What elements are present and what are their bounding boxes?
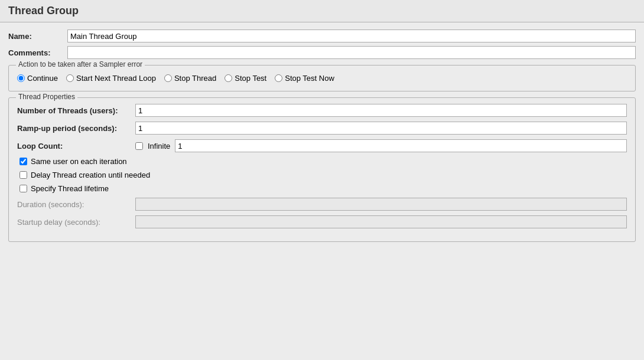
radio-continue-input[interactable] — [17, 74, 25, 82]
startup-delay-label: Startup delay (seconds): — [17, 218, 135, 227]
same-user-checkbox[interactable] — [19, 158, 27, 165]
radio-stop-test-now[interactable]: Stop Test Now — [275, 74, 334, 83]
sampler-error-radio-group: Continue Start Next Thread Loop Stop Thr… — [17, 74, 627, 83]
comments-input[interactable] — [67, 46, 636, 59]
startup-delay-input — [135, 215, 627, 228]
num-threads-input[interactable] — [135, 104, 627, 117]
duration-label: Duration (seconds): — [17, 200, 135, 209]
startup-delay-row: Startup delay (seconds): — [17, 215, 627, 228]
duration-row: Duration (seconds): — [17, 198, 627, 211]
delay-thread-row: Delay Thread creation until needed — [19, 171, 627, 179]
loop-count-label: Loop Count: — [17, 142, 135, 150]
specify-lifetime-checkbox[interactable] — [19, 185, 27, 192]
delay-thread-checkbox[interactable] — [19, 171, 27, 179]
ramp-up-row: Ramp-up period (seconds): — [17, 122, 627, 135]
ramp-up-label: Ramp-up period (seconds): — [17, 124, 135, 133]
duration-input — [135, 198, 627, 211]
num-threads-label: Number of Threads (users): — [17, 106, 135, 115]
radio-continue-label: Continue — [27, 74, 58, 83]
main-container: Thread Group Name: Comments: Action to b… — [0, 0, 644, 360]
radio-stop-test-label: Stop Test — [235, 74, 266, 83]
thread-properties-title: Thread Properties — [16, 93, 77, 101]
content-area: Name: Comments: Action to be taken after… — [0, 22, 644, 255]
radio-stop-test-now-input[interactable] — [275, 74, 282, 82]
radio-stop-thread-label: Stop Thread — [174, 74, 216, 83]
sampler-error-title: Action to be taken after a Sampler error — [16, 60, 145, 68]
infinite-checkbox[interactable] — [135, 142, 143, 150]
name-input[interactable] — [67, 30, 636, 42]
comments-row: Comments: — [8, 46, 636, 59]
loop-count-input[interactable] — [175, 139, 627, 152]
num-threads-row: Number of Threads (users): — [17, 104, 627, 117]
radio-continue[interactable]: Continue — [17, 74, 58, 83]
same-user-label: Same user on each iteration — [31, 157, 127, 166]
same-user-row: Same user on each iteration — [19, 157, 627, 166]
infinite-label: Infinite — [148, 142, 170, 150]
thread-properties-section: Thread Properties Number of Threads (use… — [8, 97, 636, 242]
radio-stop-thread-input[interactable] — [164, 74, 172, 82]
radio-start-next-thread-loop-input[interactable] — [66, 74, 74, 82]
radio-stop-test-input[interactable] — [225, 74, 232, 82]
name-label: Name: — [8, 32, 67, 41]
name-row: Name: — [8, 30, 636, 42]
radio-stop-thread[interactable]: Stop Thread — [164, 74, 216, 83]
loop-count-row: Loop Count: Infinite — [17, 139, 627, 152]
page-title: Thread Group — [0, 0, 644, 22]
comments-label: Comments: — [8, 48, 67, 57]
ramp-up-input[interactable] — [135, 122, 627, 135]
sampler-error-section: Action to be taken after a Sampler error… — [8, 65, 636, 91]
radio-stop-test[interactable]: Stop Test — [225, 74, 266, 83]
loop-count-inner: Infinite — [135, 139, 627, 152]
radio-start-next-thread-loop-label: Start Next Thread Loop — [76, 74, 156, 83]
radio-stop-test-now-label: Stop Test Now — [285, 74, 334, 83]
specify-lifetime-label: Specify Thread lifetime — [31, 184, 109, 193]
radio-start-next-thread-loop[interactable]: Start Next Thread Loop — [66, 74, 156, 83]
specify-lifetime-row: Specify Thread lifetime — [19, 184, 627, 193]
delay-thread-label: Delay Thread creation until needed — [31, 171, 150, 179]
